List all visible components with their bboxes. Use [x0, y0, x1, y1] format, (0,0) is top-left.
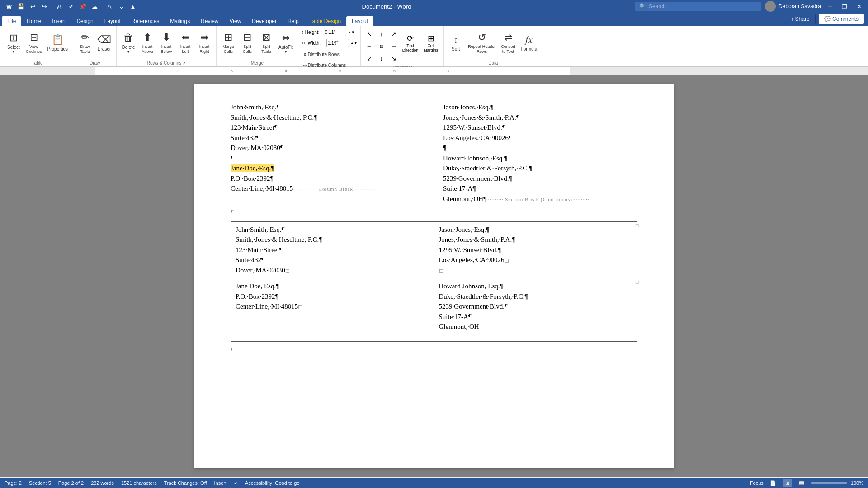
status-words: 282 words	[91, 480, 114, 486]
cell-margins-icon: ⊞	[428, 33, 434, 43]
distribute-rows-button[interactable]: ⇕ Distribute Rows	[301, 50, 348, 59]
more-button[interactable]: ⌄	[116, 1, 127, 12]
align-top-right[interactable]: ↗	[388, 28, 400, 40]
status-page: Page: 2	[5, 480, 22, 486]
table-cell-2-1[interactable]: Jane·Doe,·Esq.¶ P.O.·Box·2392¶ Center·Li…	[231, 278, 434, 342]
format-button[interactable]: A	[104, 1, 115, 12]
read-view-button[interactable]: 📖	[796, 479, 807, 487]
save-button[interactable]: 💾	[15, 1, 26, 12]
align-middle-left[interactable]: ←	[363, 40, 375, 52]
width-spinner[interactable]: ▲▼	[350, 41, 358, 45]
select-button[interactable]: ⊞ Select ▼	[5, 28, 23, 58]
share-button[interactable]: ↑ Share	[785, 14, 815, 24]
cell-margins-button[interactable]: ⊞ Cell Margins	[421, 28, 441, 58]
minimize-button[interactable]: ─	[825, 1, 835, 12]
height-input[interactable]	[324, 28, 346, 36]
cell-size-group-content: ↕ Height: ▲▼ ↔ Width: ▲▼ ⇕ Distribute Ro…	[301, 28, 358, 70]
insert-above-button[interactable]: ⬆ Insert Above	[138, 28, 156, 58]
tab-review[interactable]: Review	[195, 16, 224, 26]
text-direction-button[interactable]: ⟳ Text Direction	[401, 28, 420, 58]
check-button[interactable]: ✔	[66, 1, 76, 12]
tab-home[interactable]: Home	[21, 16, 47, 26]
web-view-button[interactable]: ⊞	[783, 479, 792, 487]
focus-button[interactable]: Focus	[750, 480, 764, 486]
undo-button[interactable]: ↩	[27, 1, 38, 12]
insert-left-label: Insert Left	[180, 44, 191, 54]
tab-layout-active[interactable]: Layout	[346, 16, 373, 26]
gridlines-icon: ⊟	[30, 32, 38, 43]
ruler-mark-4: 4	[285, 69, 287, 73]
view-gridlines-button[interactable]: ⊟ View Gridlines	[24, 28, 44, 58]
width-input-row: ↔ Width: ▲▼	[301, 39, 358, 47]
tab-developer[interactable]: Developer	[246, 16, 282, 26]
align-middle-center[interactable]: ⊡	[376, 40, 387, 52]
table-resize-handle-2[interactable]: ◻	[635, 278, 638, 341]
align-bottom-right[interactable]: ↘	[388, 52, 400, 64]
height-label: Height:	[305, 30, 322, 35]
close-button[interactable]: ✕	[854, 1, 864, 12]
expand-button[interactable]: ▲	[127, 1, 138, 12]
restore-button[interactable]: ❐	[839, 1, 850, 12]
print-button[interactable]: 🖨	[54, 1, 65, 12]
quick-access-toolbar: W 💾 ↩ ↪ 🖨 ✔ 📌 ☁ A ⌄ ▲ Document2 - Word 🔍…	[0, 0, 868, 13]
search-box[interactable]: 🔍 Search	[635, 2, 761, 11]
width-input[interactable]	[326, 39, 349, 47]
insert-above-label: Insert Above	[142, 44, 153, 54]
para-after-table: ¶	[231, 345, 637, 356]
delete-button[interactable]: 🗑 Delete ▼	[119, 28, 137, 58]
table-resize-handle[interactable]: ◻	[635, 222, 638, 278]
tab-layout[interactable]: Layout	[99, 16, 126, 26]
tab-mailings[interactable]: Mailings	[165, 16, 195, 26]
cell-1-2-line-3: 1295·W.·Sunset·Blvd.¶	[439, 245, 633, 255]
height-spinner[interactable]: ▲▼	[348, 30, 355, 34]
convert-to-text-button[interactable]: ⇌ Convert to Text	[499, 28, 518, 58]
tab-help[interactable]: Help	[282, 16, 304, 26]
tab-view[interactable]: View	[224, 16, 247, 26]
autofit-button[interactable]: ⇔ AutoFit ▼	[276, 28, 295, 58]
cloud-button[interactable]: ☁	[89, 1, 100, 12]
align-bottom-center[interactable]: ↓	[376, 52, 387, 64]
formula-button[interactable]: 𝑓𝑥 Formula	[519, 28, 540, 58]
split-table-button[interactable]: ⊠ Split Table	[257, 28, 275, 58]
rows-cols-dialog-launcher[interactable]: ↗	[182, 61, 186, 66]
tab-table-design[interactable]: Table Design	[304, 16, 346, 26]
split-cells-button[interactable]: ⊟ Split Cells	[238, 28, 256, 58]
print-view-button[interactable]: 📄	[767, 479, 779, 487]
tab-design[interactable]: Design	[71, 16, 99, 26]
ruler-mark-7: 7	[448, 69, 450, 73]
insert-right-button[interactable]: ➡ Insert Right	[195, 28, 213, 58]
table-group-label: Table	[5, 60, 70, 66]
para-r8: 5239·Government·Blvd.¶	[443, 174, 637, 184]
para-1: John·Smith,·Esq.¶	[231, 102, 425, 113]
tab-file[interactable]: File	[2, 16, 21, 26]
eraser-button[interactable]: ⌫ Eraser	[95, 28, 113, 58]
table-cell-2-2[interactable]: Howard·Johnson,·Esq.¶ Duke,·Staedtler·&·…	[434, 278, 637, 342]
pin-button[interactable]: 📌	[77, 1, 88, 12]
align-top-left[interactable]: ↖	[363, 28, 375, 40]
align-middle-right[interactable]: →	[388, 40, 400, 52]
page: John·Smith,·Esq.¶ Smith,·Jones·&·Heselti…	[194, 84, 674, 468]
properties-button[interactable]: 📋 Properties	[45, 28, 71, 58]
table-cell-1-1[interactable]: John·Smith,·Esq.¶ Smith,·Jones·&·Heselti…	[231, 221, 434, 278]
cell-2-2-line-4: Suite·17-A¶	[439, 312, 633, 322]
insert-below-label: Insert Below	[161, 44, 172, 54]
align-bottom-left[interactable]: ↙	[363, 52, 375, 64]
table-cell-1-2[interactable]: Jason·Jones,·Esq.¶ Jones,·Jones·&·Smith,…	[434, 221, 637, 278]
zoom-slider[interactable]	[811, 482, 847, 484]
insert-below-button[interactable]: ⬇ Insert Below	[157, 28, 175, 58]
para-6: ¶	[231, 153, 425, 164]
comments-button[interactable]: 💬 Comments	[818, 14, 864, 24]
tab-insert[interactable]: Insert	[47, 16, 71, 26]
menu-tabs: File Home Insert Design Layout Reference…	[0, 13, 868, 26]
draw-group-label: Draw	[76, 60, 113, 66]
table-row-2: Jane·Doe,·Esq.¶ P.O.·Box·2392¶ Center·Li…	[231, 278, 637, 342]
repeat-header-button[interactable]: ↺ Repeat Header Rows	[466, 28, 498, 58]
para-r2: Jones,·Jones·&·Smith,·P.A.¶	[443, 113, 637, 123]
tab-references[interactable]: References	[126, 16, 165, 26]
align-top-center[interactable]: ↑	[376, 28, 387, 40]
sort-button[interactable]: ↕ Sort	[447, 28, 465, 58]
redo-button[interactable]: ↪	[39, 1, 50, 12]
merge-cells-button[interactable]: ⊞ Merge Cells	[219, 28, 237, 58]
draw-table-button[interactable]: ✏ Draw Table	[76, 28, 94, 58]
insert-left-button[interactable]: ⬅ Insert Left	[176, 28, 194, 58]
